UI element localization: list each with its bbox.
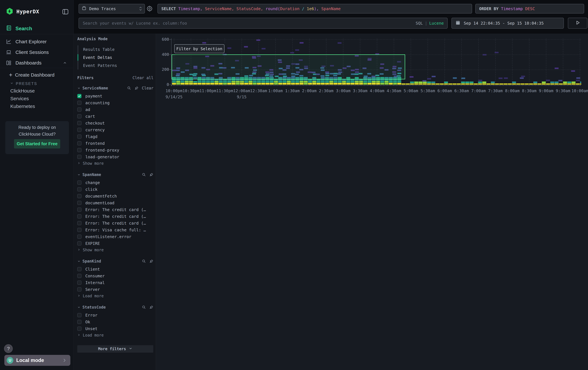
load-more-button[interactable]: Load more	[77, 332, 153, 339]
filter-group-name[interactable]: SpanName	[83, 172, 101, 177]
filter-option-click[interactable]: click	[77, 186, 153, 193]
search-icon[interactable]	[142, 259, 146, 263]
create-dashboard-button[interactable]: + Create Dashboard	[9, 71, 54, 79]
checkbox[interactable]	[77, 235, 82, 239]
checkbox[interactable]	[77, 228, 82, 232]
checkbox[interactable]	[77, 141, 82, 145]
filter-option-ok[interactable]: Ok	[77, 319, 153, 325]
filter-option-currency[interactable]: currency	[77, 126, 153, 133]
search-icon[interactable]	[142, 305, 146, 309]
checkbox[interactable]	[77, 108, 82, 112]
filter-option-error[interactable]: Error	[77, 312, 153, 319]
search-icon[interactable]	[127, 86, 131, 90]
checkbox[interactable]	[77, 148, 82, 152]
filter-option-cart[interactable]: cart	[77, 113, 153, 120]
checkbox[interactable]	[77, 187, 82, 191]
checkbox[interactable]	[77, 201, 82, 205]
checkbox[interactable]	[77, 274, 82, 278]
checkbox[interactable]	[77, 155, 82, 159]
filter-option-error-visa-cache-full-[interactable]: Error: Visa cache full: …	[77, 227, 153, 233]
logo[interactable]: HyperDX	[6, 7, 39, 16]
get-started-button[interactable]: Get Started for Free	[14, 139, 60, 149]
chevron-down-icon[interactable]	[77, 173, 81, 176]
clear-all-button[interactable]: Clear all	[133, 76, 153, 80]
pin-icon[interactable]	[149, 173, 153, 177]
filter-option-error-the-credit-card-[interactable]: Error: The credit card (…	[77, 220, 153, 227]
filter-option-documentfetch[interactable]: documentFetch	[77, 193, 153, 200]
chevron-down-icon[interactable]	[77, 260, 81, 263]
clear-group-button[interactable]: Clear	[142, 86, 153, 90]
filter-group-name[interactable]: ServiceName	[83, 86, 108, 90]
filter-option-documentload[interactable]: documentLoad	[77, 200, 153, 206]
pin-icon[interactable]	[135, 86, 139, 90]
filter-option-accounting[interactable]: accounting	[77, 100, 153, 106]
filter-option-error-the-credit-card-[interactable]: Error: The credit card (…	[77, 206, 153, 213]
event-deltas-heatmap[interactable]	[171, 38, 581, 86]
filter-option-internal[interactable]: Internal	[77, 279, 153, 286]
show-more-button[interactable]: Show more	[77, 160, 153, 167]
source-select[interactable]: Demo Traces	[79, 4, 145, 13]
analysis-mode-event-deltas[interactable]: Event Deltas	[78, 53, 153, 61]
filter-option-error-the-credit-card-[interactable]: Error: The credit card (…	[77, 213, 153, 220]
search-icon[interactable]	[142, 173, 146, 177]
checkbox-checked[interactable]	[77, 94, 82, 98]
filter-option-frontend[interactable]: frontend	[77, 140, 153, 147]
filter-option-expire[interactable]: EXPIRE	[77, 240, 153, 247]
checkbox[interactable]	[77, 241, 82, 245]
presets-toggle[interactable]: PRESETS	[10, 80, 37, 87]
load-more-button[interactable]: Load more	[77, 293, 153, 299]
checkbox[interactable]	[77, 208, 82, 212]
filter-option-client[interactable]: Client	[77, 266, 153, 272]
search-input[interactable]	[79, 21, 447, 26]
checkbox[interactable]	[77, 287, 82, 291]
filter-option-flagd[interactable]: flagd	[77, 133, 153, 140]
checkbox[interactable]	[77, 194, 82, 198]
help-button[interactable]: ?	[4, 344, 13, 353]
checkbox[interactable]	[77, 313, 82, 317]
mode-sql[interactable]: SQL	[416, 21, 423, 26]
more-filters-button[interactable]: More filters	[77, 345, 153, 353]
filter-option-frontend-proxy[interactable]: frontend-proxy	[77, 147, 153, 153]
filter-option-load-generator[interactable]: load-generator	[77, 153, 153, 160]
checkbox[interactable]	[77, 180, 82, 185]
filter-option-unset[interactable]: Unset	[77, 325, 153, 332]
checkbox[interactable]	[77, 280, 82, 285]
checkbox[interactable]	[77, 121, 82, 125]
chevron-down-icon[interactable]	[77, 87, 81, 90]
filter-option-consumer[interactable]: Consumer	[77, 272, 153, 279]
preset-item-services[interactable]: Services	[10, 96, 29, 101]
sidebar-item-dashboards[interactable]: Dashboards	[6, 58, 69, 68]
sidebar-collapse-icon[interactable]	[62, 8, 69, 15]
checkbox[interactable]	[77, 267, 82, 271]
sql-orderby-editor[interactable]: ORDER BY Timestamp DESC	[475, 4, 584, 13]
time-range-picker[interactable]: Sep 14 22:04:35 - Sep 15 10:04:35	[452, 18, 564, 29]
checkbox[interactable]	[77, 214, 82, 219]
preset-item-kubernetes[interactable]: Kubernetes	[10, 104, 35, 109]
show-more-button[interactable]: Show more	[77, 247, 153, 253]
sidebar-item-client-sessions[interactable]: Client Sessions	[6, 47, 69, 57]
sql-select-editor[interactable]: SELECT Timestamp, ServiceName, StatusCod…	[158, 4, 472, 13]
filter-group-name[interactable]: SpanKind	[83, 259, 101, 263]
mode-lucene[interactable]: Lucene	[429, 21, 444, 26]
checkbox[interactable]	[77, 134, 82, 139]
filter-group-name[interactable]: StatusCode	[83, 305, 106, 310]
checkbox[interactable]	[77, 320, 82, 324]
filter-option-server[interactable]: Server	[77, 286, 153, 293]
sidebar-item-chart-explorer[interactable]: Chart Explorer	[6, 37, 69, 47]
filter-option-payment[interactable]: payment	[77, 93, 153, 100]
analysis-mode-event-patterns[interactable]: Event Patterns	[78, 61, 153, 70]
checkbox[interactable]	[77, 327, 82, 331]
chevron-down-icon[interactable]	[77, 306, 81, 309]
filter-option-ad[interactable]: ad	[77, 106, 153, 113]
filter-option-change[interactable]: change	[77, 179, 153, 186]
sidebar-item-search[interactable]: Search	[6, 24, 32, 33]
checkbox[interactable]	[77, 101, 82, 105]
checkbox[interactable]	[77, 128, 82, 132]
filter-option-eventlistener-error[interactable]: eventListener.error	[77, 233, 153, 240]
checkbox[interactable]	[77, 221, 82, 225]
filter-option-checkout[interactable]: checkout	[77, 120, 153, 126]
run-query-button[interactable]	[568, 18, 587, 29]
checkbox[interactable]	[77, 114, 82, 118]
preset-item-clickhouse[interactable]: ClickHouse	[10, 88, 35, 94]
gear-icon[interactable]	[146, 4, 153, 13]
